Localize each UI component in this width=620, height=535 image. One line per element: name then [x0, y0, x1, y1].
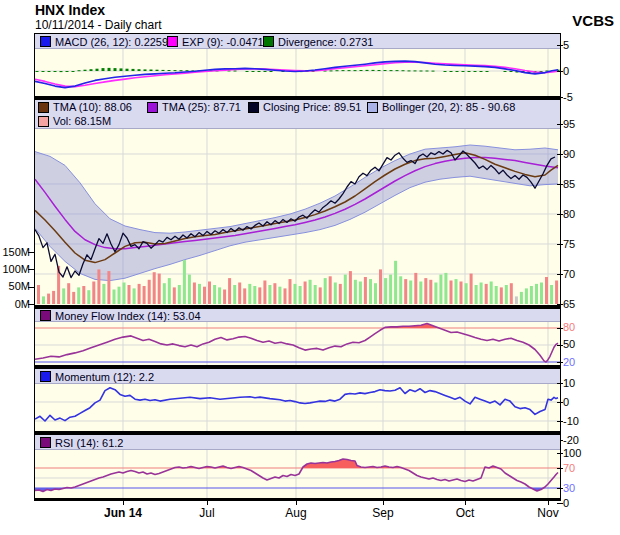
legend-item-macd-0: MACD (26, 12): 0.2259 — [40, 34, 168, 49]
macd-plot-area — [35, 49, 560, 96]
y-tick-label-price: 80 — [563, 209, 575, 220]
rsi-plot-area — [35, 450, 560, 498]
legend-swatch-icon — [248, 102, 259, 113]
y-tick-mark — [557, 328, 563, 329]
legend-swatch-icon — [40, 310, 51, 321]
legend-label: MACD (26, 12): 0.2259 — [55, 36, 168, 48]
y-tick-label-macd: 0 — [563, 66, 569, 77]
legend-label: Momentum (12): 2.2 — [55, 371, 154, 383]
y-tick-mark — [557, 124, 563, 125]
y-tick-mark — [557, 362, 563, 363]
x-tick-mark — [123, 501, 124, 505]
legend-label: TMA (10): 88.06 — [53, 101, 132, 113]
y-tick-mark — [557, 488, 563, 489]
x-tick-mark — [383, 501, 384, 505]
x-axis-label: Oct — [456, 506, 475, 520]
brand-logo: VCBS — [572, 12, 614, 29]
y-tick-label-mom: 0 — [563, 397, 569, 408]
y-tick-label-price: 75 — [563, 239, 575, 250]
panel-price: TMA (10): 88.06TMA (25): 87.71Closing Pr… — [34, 99, 561, 308]
legend-swatch-icon — [38, 102, 49, 113]
y-tick-label-mfi: 50 — [563, 339, 575, 350]
y-tick-label-price: 65 — [563, 299, 575, 310]
rsi-legend: RSI (14): 61.2 — [35, 435, 560, 450]
x-tick-mark — [465, 501, 466, 505]
legend-swatch-icon — [167, 36, 178, 47]
legend-swatch-icon — [40, 371, 51, 382]
legend-item-price-0: TMA (10): 88.06 — [38, 100, 132, 114]
x-axis-label: Sep — [372, 506, 393, 520]
panel-mom: Momentum (12): 2.2 — [34, 368, 561, 434]
page-title: HNX Index — [35, 2, 105, 18]
volume-tick-label: 0M — [0, 299, 30, 310]
y-tick-label-rsi: 70 — [563, 463, 575, 474]
y-tick-mark — [557, 154, 563, 155]
y-tick-mark — [557, 503, 563, 504]
volume-tick-label: 150M — [0, 247, 30, 258]
legend-swatch-icon — [147, 102, 158, 113]
x-axis-label: Jul — [199, 506, 214, 520]
volume-tick-mark — [28, 287, 34, 288]
y-tick-label-price: 85 — [563, 179, 575, 190]
y-tick-mark — [557, 402, 563, 403]
y-tick-label-price: 95 — [563, 119, 575, 130]
legend-item-price-4: Vol: 68.15M — [38, 114, 111, 128]
legend-swatch-icon — [263, 36, 274, 47]
y-tick-label-mfi: 80 — [563, 322, 575, 333]
y-tick-label-macd: -5 — [563, 92, 573, 103]
x-tick-mark — [296, 501, 297, 505]
y-tick-label-rsi: 0 — [563, 498, 569, 509]
y-tick-mark — [557, 45, 563, 46]
legend-item-rsi-0: RSI (14): 61.2 — [40, 435, 123, 450]
y-tick-label-mom: -20 — [563, 435, 579, 446]
mfi-legend: Money Flow Index (14): 53.04 — [35, 309, 560, 322]
y-tick-mark — [557, 453, 563, 454]
legend-label: Bollinger (20, 2): 85 - 90.68 — [382, 101, 515, 113]
price-plot-area — [35, 129, 560, 305]
panel-mfi: Money Flow Index (14): 53.04 — [34, 308, 561, 368]
volume-tick-label: 100M — [0, 264, 30, 275]
legend-item-macd-2: Divergence: 0.2731 — [263, 34, 373, 49]
y-tick-label-mom: -10 — [563, 416, 579, 427]
volume-tick-mark — [28, 252, 34, 253]
y-tick-label-price: 70 — [563, 269, 575, 280]
volume-tick-mark — [28, 269, 34, 270]
y-tick-mark — [557, 214, 563, 215]
macd-legend: MACD (26, 12): 0.2259EXP (9): -0.0471Div… — [35, 34, 560, 49]
legend-swatch-icon — [40, 36, 51, 47]
legend-label: RSI (14): 61.2 — [55, 437, 123, 449]
y-tick-label-mfi: 20 — [563, 357, 575, 368]
volume-tick-mark — [28, 304, 34, 305]
mom-legend: Momentum (12): 2.2 — [35, 369, 560, 384]
y-tick-mark — [557, 71, 563, 72]
volume-tick-label: 50M — [0, 281, 30, 292]
y-tick-mark — [557, 184, 563, 185]
y-tick-mark — [557, 421, 563, 422]
legend-item-macd-1: EXP (9): -0.0471 — [167, 34, 264, 49]
x-axis-label: Nov — [537, 506, 558, 520]
y-tick-label-price: 90 — [563, 149, 575, 160]
legend-swatch-icon — [38, 116, 49, 127]
legend-item-mfi-0: Money Flow Index (14): 53.04 — [40, 309, 201, 322]
legend-label: EXP (9): -0.0471 — [182, 36, 264, 48]
x-tick-mark — [207, 501, 208, 505]
legend-item-price-3: Bollinger (20, 2): 85 - 90.68 — [367, 100, 515, 114]
x-axis-label: Jun 14 — [104, 506, 142, 520]
y-tick-mark — [557, 345, 563, 346]
legend-label: TMA (25): 87.71 — [162, 101, 241, 113]
legend-label: Closing Price: 89.51 — [263, 101, 361, 113]
y-tick-label-rsi: 100 — [563, 448, 581, 459]
x-axis-label: Aug — [285, 506, 306, 520]
legend-item-mom-0: Momentum (12): 2.2 — [40, 369, 154, 384]
y-tick-label-macd: 5 — [563, 40, 569, 51]
legend-label: Vol: 68.15M — [53, 115, 111, 127]
mom-plot-area — [35, 384, 560, 431]
y-tick-mark — [557, 468, 563, 469]
legend-label: Divergence: 0.2731 — [278, 36, 373, 48]
chart-subtitle: 10/11/2014 - Daily chart — [35, 18, 162, 32]
legend-label: Money Flow Index (14): 53.04 — [55, 310, 201, 322]
y-tick-mark — [557, 244, 563, 245]
legend-item-price-1: TMA (25): 87.71 — [147, 100, 241, 114]
y-tick-mark — [557, 383, 563, 384]
y-tick-mark — [557, 274, 563, 275]
